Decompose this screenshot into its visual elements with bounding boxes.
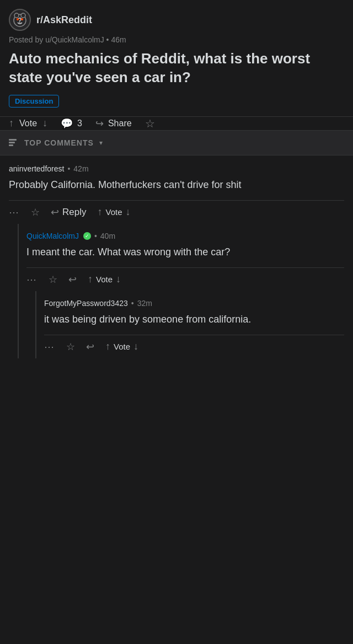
reply-1-vote[interactable]: ↑ Vote ↓ — [88, 273, 121, 285]
reply-1-vote-label: Vote — [96, 275, 113, 284]
vote-up-icon[interactable]: ↑ — [9, 117, 14, 129]
reply-1-reply-icon: ↩ — [68, 273, 77, 286]
post-header: ? r/AskReddit Posted by u/QuickMalcolmJ … — [0, 0, 353, 116]
comment-icon: 💬 — [61, 117, 73, 130]
comment-count: 3 — [77, 119, 82, 128]
comment-1-vote-label: Vote — [105, 207, 122, 217]
op-icon: ✓ — [83, 232, 91, 240]
comment-2-reply-author[interactable]: ForgotMyPassword3423 — [44, 299, 128, 308]
comment-2-reply-actions: ⋯ ☆ ↩ ↑ Vote ↓ — [44, 335, 344, 358]
subreddit-icon[interactable]: ? — [9, 9, 31, 31]
comment-2-reply-meta: ForgotMyPassword3423 • 32m — [44, 299, 344, 308]
reply-2-reply-icon: ↩ — [86, 341, 94, 353]
reply-1-dots[interactable]: ⋯ — [26, 273, 38, 286]
comment-1-actions: ⋯ ☆ ↩ Reply ↑ Vote ↓ — [9, 200, 344, 224]
comment-1-body: Probably California. Motherfuckers can't… — [9, 178, 344, 192]
reply-2-vote-label: Vote — [114, 342, 130, 351]
comment-1-reply-1-actions: ⋯ ☆ ↩ ↑ Vote ↓ — [26, 267, 344, 291]
post-title: Auto mechanics of Reddit, what is the wo… — [9, 50, 344, 87]
comment-2-reply-body: it was being driven by someone from cali… — [44, 312, 344, 327]
share-button[interactable]: ↪ Share — [95, 117, 132, 130]
comment-1-time: 42m — [73, 164, 88, 173]
comment-1-meta: aninvertedforest • 42m — [9, 164, 344, 173]
reply-1-down-icon: ↓ — [116, 273, 121, 285]
sort-chart-icon — [9, 139, 17, 146]
comment-1-reply-1-meta: QuickMalcolmJ ✓ • 40m — [26, 232, 344, 240]
comment-1-reply-1-separator: • — [94, 232, 97, 240]
top-comments-bar[interactable]: TOP COMMENTS ▾ — [0, 131, 353, 155]
reply-2-dots[interactable]: ⋯ — [44, 341, 55, 353]
comment-count-section[interactable]: 💬 3 — [61, 117, 82, 130]
comment-1-separator: • — [67, 164, 70, 173]
svg-point-4 — [17, 18, 19, 20]
reply-1-star[interactable]: ☆ — [49, 273, 57, 286]
comment-1-reply-1-author[interactable]: QuickMalcolmJ — [26, 232, 79, 240]
share-label: Share — [108, 119, 132, 128]
subreddit-name[interactable]: r/AskReddit — [36, 14, 92, 26]
comment-2-reply-separator: • — [131, 299, 134, 308]
reply-2-star[interactable]: ☆ — [66, 341, 75, 353]
svg-point-5 — [21, 18, 23, 20]
comment-1-dots[interactable]: ⋯ — [9, 206, 20, 218]
reply-2-reply-button[interactable]: ↩ — [86, 341, 94, 353]
reply-2-up-icon: ↑ — [105, 341, 110, 352]
comment-1-author[interactable]: aninvertedforest — [9, 164, 64, 173]
comment-2-reply-time: 32m — [137, 299, 152, 308]
reply-1-up-icon: ↑ — [88, 273, 93, 285]
comment-1-reply-1-time: 40m — [100, 232, 115, 240]
comment-1-reply-1: QuickMalcolmJ ✓ • 40m I meant the car. W… — [18, 224, 344, 358]
save-button[interactable]: ☆ — [145, 117, 155, 130]
comment-1-reply-1-body: I meant the car. What was wrong with the… — [26, 245, 344, 260]
reply-2-vote[interactable]: ↑ Vote ↓ — [105, 341, 138, 352]
comment-1-reply-1-reply-1: ForgotMyPassword3423 • 32m it was being … — [35, 291, 344, 358]
comments-section: aninvertedforest • 42m Probably Californ… — [0, 155, 353, 358]
reply-2-down-icon: ↓ — [133, 341, 138, 352]
comment-1-down-icon: ↓ — [126, 206, 131, 218]
post-meta: Posted by u/QuickMalcolmJ • 46m — [9, 35, 344, 44]
vote-label: Vote — [19, 119, 37, 128]
comment-1-vote[interactable]: ↑ Vote ↓ — [97, 206, 130, 218]
reply-back-icon: ↩ — [51, 206, 59, 218]
vote-down-icon[interactable]: ↓ — [42, 117, 47, 129]
comment-1-reply-button[interactable]: ↩ Reply — [51, 206, 86, 218]
comment-1: aninvertedforest • 42m Probably Californ… — [0, 155, 353, 358]
top-comments-label: TOP COMMENTS — [24, 138, 94, 147]
share-icon: ↪ — [95, 117, 104, 130]
comment-1-up-icon: ↑ — [97, 206, 102, 218]
comment-1-star[interactable]: ☆ — [31, 206, 40, 218]
post-flair[interactable]: Discussion — [9, 95, 59, 108]
comment-1-reply-label: Reply — [62, 207, 86, 218]
chevron-down-icon: ▾ — [99, 139, 103, 147]
post-action-bar: ↑ Vote ↓ 💬 3 ↪ Share ☆ — [0, 116, 353, 131]
reply-1-reply-button[interactable]: ↩ — [68, 273, 77, 286]
star-icon: ☆ — [145, 117, 155, 130]
vote-section[interactable]: ↑ Vote ↓ — [9, 117, 47, 129]
subreddit-row: ? r/AskReddit — [9, 9, 344, 31]
